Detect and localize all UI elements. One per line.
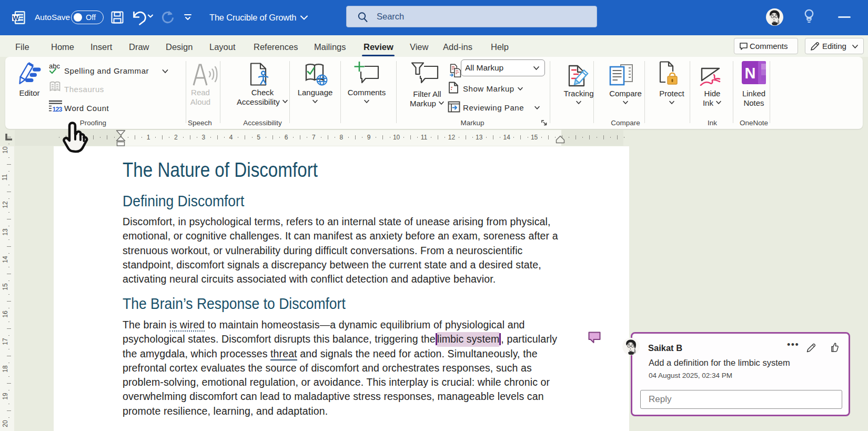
svg-text:abc: abc bbox=[49, 63, 60, 70]
svg-text:W: W bbox=[13, 14, 19, 22]
svg-text:N: N bbox=[745, 65, 756, 82]
svg-text:123: 123 bbox=[53, 106, 63, 113]
